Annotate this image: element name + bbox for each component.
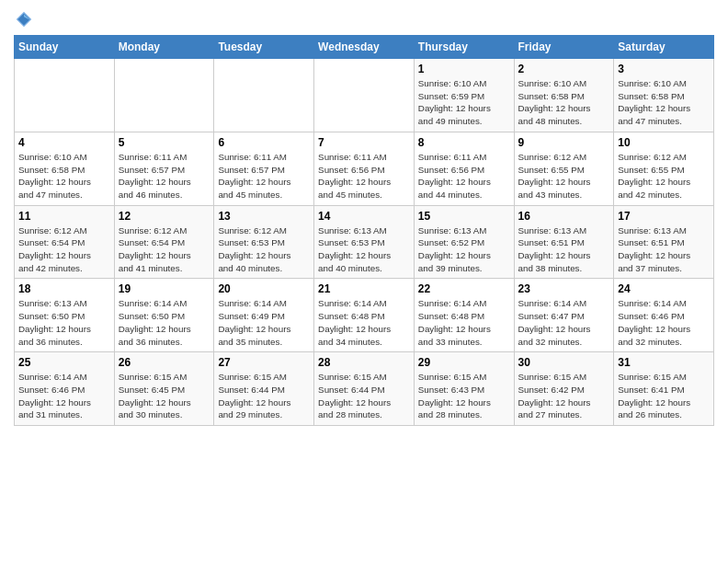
day-cell: 15Sunrise: 6:13 AM Sunset: 6:52 PM Dayli… [414,205,514,279]
day-info: Sunrise: 6:10 AM Sunset: 6:58 PM Dayligh… [518,77,610,128]
day-cell: 23Sunrise: 6:14 AM Sunset: 6:47 PM Dayli… [514,279,614,352]
day-number: 25 [18,356,110,369]
day-cell: 13Sunrise: 6:12 AM Sunset: 6:53 PM Dayli… [214,205,314,279]
day-cell: 1Sunrise: 6:10 AM Sunset: 6:59 PM Daylig… [414,59,514,132]
day-number: 31 [618,356,710,369]
day-info: Sunrise: 6:14 AM Sunset: 6:48 PM Dayligh… [318,297,410,348]
day-number: 12 [119,210,210,223]
header [14,9,714,29]
day-info: Sunrise: 6:13 AM Sunset: 6:50 PM Dayligh… [18,297,110,348]
day-info: Sunrise: 6:13 AM Sunset: 6:51 PM Dayligh… [518,224,610,275]
day-cell: 2Sunrise: 6:10 AM Sunset: 6:58 PM Daylig… [514,59,614,132]
day-info: Sunrise: 6:15 AM Sunset: 6:44 PM Dayligh… [218,371,310,421]
day-info: Sunrise: 6:14 AM Sunset: 6:49 PM Dayligh… [218,297,310,348]
day-info: Sunrise: 6:12 AM Sunset: 6:55 PM Dayligh… [518,151,610,201]
day-number: 17 [618,210,710,223]
day-info: Sunrise: 6:14 AM Sunset: 6:48 PM Dayligh… [418,297,510,348]
week-row-1: 1Sunrise: 6:10 AM Sunset: 6:59 PM Daylig… [15,59,714,132]
col-header-tuesday: Tuesday [214,36,314,59]
day-cell: 26Sunrise: 6:15 AM Sunset: 6:45 PM Dayli… [114,352,214,426]
day-cell: 17Sunrise: 6:13 AM Sunset: 6:51 PM Dayli… [614,205,714,279]
logo-icon [14,9,34,29]
day-cell: 27Sunrise: 6:15 AM Sunset: 6:44 PM Dayli… [214,352,314,426]
day-info: Sunrise: 6:12 AM Sunset: 6:54 PM Dayligh… [18,224,110,275]
day-info: Sunrise: 6:15 AM Sunset: 6:41 PM Dayligh… [618,371,710,421]
logo [14,9,38,29]
col-header-saturday: Saturday [614,36,714,59]
day-cell: 9Sunrise: 6:12 AM Sunset: 6:55 PM Daylig… [514,132,614,205]
day-cell: 12Sunrise: 6:12 AM Sunset: 6:54 PM Dayli… [114,205,214,279]
day-cell [314,59,415,132]
day-number: 14 [318,210,410,223]
page-container: SundayMondayTuesdayWednesdayThursdayFrid… [0,0,728,435]
day-number: 27 [218,356,310,369]
day-cell: 10Sunrise: 6:12 AM Sunset: 6:55 PM Dayli… [614,132,714,205]
day-info: Sunrise: 6:14 AM Sunset: 6:46 PM Dayligh… [618,297,710,348]
day-cell: 21Sunrise: 6:14 AM Sunset: 6:48 PM Dayli… [314,279,415,352]
day-cell: 7Sunrise: 6:11 AM Sunset: 6:56 PM Daylig… [314,132,415,205]
day-number: 30 [518,356,610,369]
day-number: 23 [518,282,610,295]
day-number: 16 [518,210,610,223]
day-number: 19 [119,282,210,295]
day-number: 3 [618,63,710,75]
day-cell: 6Sunrise: 6:11 AM Sunset: 6:57 PM Daylig… [214,132,314,205]
day-info: Sunrise: 6:15 AM Sunset: 6:43 PM Dayligh… [418,371,510,421]
day-cell: 3Sunrise: 6:10 AM Sunset: 6:58 PM Daylig… [614,59,714,132]
day-number: 24 [618,282,710,295]
day-cell: 30Sunrise: 6:15 AM Sunset: 6:42 PM Dayli… [514,352,614,426]
day-cell: 31Sunrise: 6:15 AM Sunset: 6:41 PM Dayli… [614,352,714,426]
day-number: 21 [318,282,410,295]
day-cell: 8Sunrise: 6:11 AM Sunset: 6:56 PM Daylig… [414,132,514,205]
day-number: 1 [418,63,510,75]
day-number: 4 [18,136,110,149]
day-number: 13 [218,210,310,223]
day-info: Sunrise: 6:10 AM Sunset: 6:58 PM Dayligh… [618,77,710,128]
col-header-sunday: Sunday [15,36,115,59]
day-number: 18 [18,282,110,295]
day-number: 8 [418,136,510,149]
week-row-3: 11Sunrise: 6:12 AM Sunset: 6:54 PM Dayli… [15,205,714,279]
day-cell: 29Sunrise: 6:15 AM Sunset: 6:43 PM Dayli… [414,352,514,426]
day-info: Sunrise: 6:12 AM Sunset: 6:55 PM Dayligh… [618,151,710,201]
calendar-table: SundayMondayTuesdayWednesdayThursdayFrid… [14,35,714,426]
day-info: Sunrise: 6:15 AM Sunset: 6:44 PM Dayligh… [318,371,410,421]
day-cell: 4Sunrise: 6:10 AM Sunset: 6:58 PM Daylig… [15,132,115,205]
day-cell: 14Sunrise: 6:13 AM Sunset: 6:53 PM Dayli… [314,205,415,279]
day-number: 10 [618,136,710,149]
day-info: Sunrise: 6:10 AM Sunset: 6:58 PM Dayligh… [18,151,110,201]
week-row-4: 18Sunrise: 6:13 AM Sunset: 6:50 PM Dayli… [15,279,714,352]
day-info: Sunrise: 6:11 AM Sunset: 6:56 PM Dayligh… [318,151,410,201]
day-number: 11 [18,210,110,223]
day-info: Sunrise: 6:12 AM Sunset: 6:53 PM Dayligh… [218,224,310,275]
day-number: 28 [318,356,410,369]
col-header-thursday: Thursday [414,36,514,59]
col-header-monday: Monday [114,36,214,59]
day-number: 7 [318,136,410,149]
day-info: Sunrise: 6:15 AM Sunset: 6:42 PM Dayligh… [518,371,610,421]
day-info: Sunrise: 6:14 AM Sunset: 6:46 PM Dayligh… [18,371,110,421]
col-header-friday: Friday [514,36,614,59]
header-row: SundayMondayTuesdayWednesdayThursdayFrid… [15,36,714,59]
day-cell [15,59,115,132]
day-cell: 24Sunrise: 6:14 AM Sunset: 6:46 PM Dayli… [614,279,714,352]
day-number: 6 [218,136,310,149]
day-cell: 22Sunrise: 6:14 AM Sunset: 6:48 PM Dayli… [414,279,514,352]
day-info: Sunrise: 6:12 AM Sunset: 6:54 PM Dayligh… [119,224,210,275]
day-info: Sunrise: 6:14 AM Sunset: 6:47 PM Dayligh… [518,297,610,348]
day-info: Sunrise: 6:13 AM Sunset: 6:52 PM Dayligh… [418,224,510,275]
day-info: Sunrise: 6:13 AM Sunset: 6:53 PM Dayligh… [318,224,410,275]
day-info: Sunrise: 6:11 AM Sunset: 6:57 PM Dayligh… [119,151,210,201]
day-cell [214,59,314,132]
week-row-2: 4Sunrise: 6:10 AM Sunset: 6:58 PM Daylig… [15,132,714,205]
day-info: Sunrise: 6:10 AM Sunset: 6:59 PM Dayligh… [418,77,510,128]
day-cell: 16Sunrise: 6:13 AM Sunset: 6:51 PM Dayli… [514,205,614,279]
day-number: 5 [119,136,210,149]
day-info: Sunrise: 6:15 AM Sunset: 6:45 PM Dayligh… [119,371,210,421]
day-cell: 28Sunrise: 6:15 AM Sunset: 6:44 PM Dayli… [314,352,415,426]
day-cell: 18Sunrise: 6:13 AM Sunset: 6:50 PM Dayli… [15,279,115,352]
day-info: Sunrise: 6:11 AM Sunset: 6:56 PM Dayligh… [418,151,510,201]
day-cell [114,59,214,132]
day-cell: 25Sunrise: 6:14 AM Sunset: 6:46 PM Dayli… [15,352,115,426]
day-cell: 11Sunrise: 6:12 AM Sunset: 6:54 PM Dayli… [15,205,115,279]
